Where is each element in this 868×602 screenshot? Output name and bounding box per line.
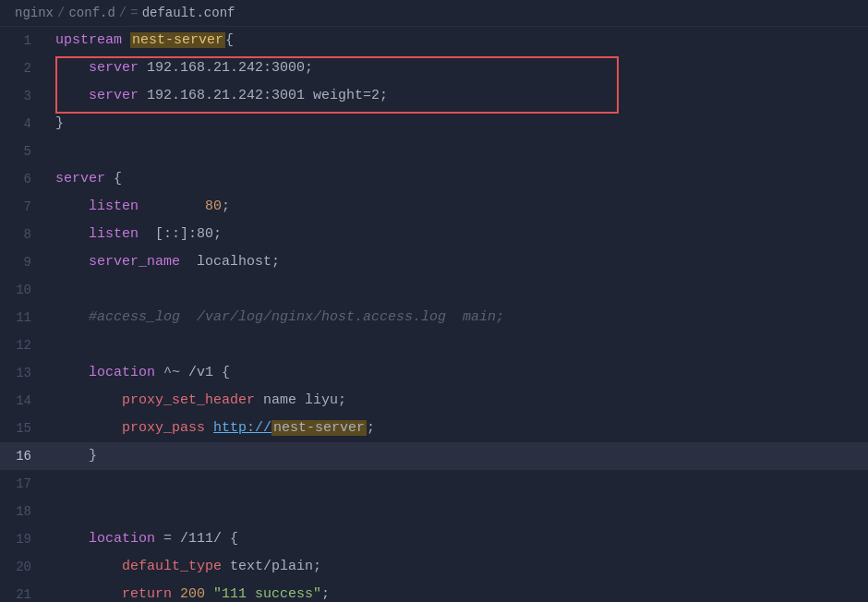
code-line-15: 15 proxy_pass http://nest-server; <box>0 415 868 442</box>
code-line-16: 16 } <box>0 442 868 470</box>
line-content-4: } <box>46 110 868 138</box>
line-num-10: 10 <box>0 283 46 297</box>
code-line-19: 19 location = /111/ { <box>0 525 868 553</box>
line-num-15: 15 <box>0 421 46 436</box>
code-line-11: 11 #access_log /var/log/nginx/host.acces… <box>0 304 868 331</box>
line-content-11: #access_log /var/log/nginx/host.access.l… <box>46 304 868 331</box>
line-content-15: proxy_pass http://nest-server; <box>46 415 868 442</box>
line-content-14: proxy_set_header name liyu; <box>46 387 868 415</box>
code-line-5: 5 <box>0 138 868 165</box>
line-num-3: 3 <box>0 89 46 103</box>
breadcrumb-confd: conf.d <box>68 6 115 20</box>
code-lines: 1 upstream nest-server{ 2 server 192.168… <box>0 27 868 599</box>
breadcrumb-nginx: nginx <box>15 6 54 20</box>
line-num-5: 5 <box>0 144 46 159</box>
code-line-18: 18 <box>0 498 868 525</box>
code-line-1: 1 upstream nest-server{ <box>0 27 868 54</box>
line-content-8: listen [::]:80; <box>46 221 868 248</box>
line-content-13: location ^~ /v1 { <box>46 359 868 387</box>
line-num-17: 17 <box>0 476 46 491</box>
code-line-8: 8 listen [::]:80; <box>0 221 868 248</box>
code-line-14: 14 proxy_set_header name liyu; <box>0 387 868 415</box>
line-content-3: server 192.168.21.242:3001 weight=2; <box>46 82 868 110</box>
line-num-12: 12 <box>0 338 46 353</box>
breadcrumb-eq: = <box>130 6 138 20</box>
line-num-18: 18 <box>0 504 46 519</box>
line-content-16: } <box>46 442 868 470</box>
breadcrumb-filename: default.conf <box>142 6 235 20</box>
line-num-16: 16 <box>0 449 46 464</box>
line-num-4: 4 <box>0 116 46 131</box>
line-num-20: 20 <box>0 560 46 574</box>
line-num-13: 13 <box>0 366 46 380</box>
line-num-11: 11 <box>0 310 46 325</box>
code-line-6: 6 server { <box>0 165 868 193</box>
breadcrumb: nginx / conf.d / = default.conf <box>0 0 868 27</box>
line-num-9: 9 <box>0 255 46 270</box>
line-num-7: 7 <box>0 199 46 214</box>
line-num-1: 1 <box>0 33 46 48</box>
line-content-6: server { <box>46 165 868 193</box>
code-line-10: 10 <box>0 276 868 304</box>
code-line-7: 7 listen 80; <box>0 193 868 221</box>
line-num-19: 19 <box>0 532 46 547</box>
code-editor: 1 upstream nest-server{ 2 server 192.168… <box>0 27 868 599</box>
breadcrumb-sep1: / <box>57 6 65 20</box>
line-num-2: 2 <box>0 61 46 76</box>
code-line-3: 3 server 192.168.21.242:3001 weight=2; <box>0 82 868 110</box>
line-content-19: location = /111/ { <box>46 525 868 553</box>
breadcrumb-sep2: / <box>119 6 127 20</box>
line-num-6: 6 <box>0 172 46 187</box>
code-line-17: 17 <box>0 470 868 498</box>
line-content-21: return 200 "111 success"; <box>46 581 868 599</box>
code-line-4: 4 } <box>0 110 868 138</box>
line-content-1: upstream nest-server{ <box>46 27 868 54</box>
line-content-2: server 192.168.21.242:3000; <box>46 54 868 82</box>
code-line-20: 20 default_type text/plain; <box>0 553 868 581</box>
line-num-8: 8 <box>0 227 46 242</box>
line-content-20: default_type text/plain; <box>46 553 868 581</box>
line-content-9: server_name localhost; <box>46 248 868 276</box>
code-line-2: 2 server 192.168.21.242:3000; <box>0 54 868 82</box>
line-content-7: listen 80; <box>46 193 868 221</box>
code-line-9: 9 server_name localhost; <box>0 248 868 276</box>
code-line-21: 21 return 200 "111 success"; <box>0 581 868 599</box>
code-line-12: 12 <box>0 331 868 359</box>
code-line-13: 13 location ^~ /v1 { <box>0 359 868 387</box>
line-num-14: 14 <box>0 393 46 408</box>
line-num-21: 21 <box>0 587 46 599</box>
